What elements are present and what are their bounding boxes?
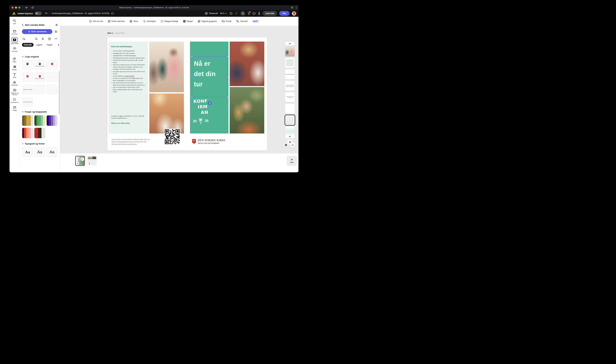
redo-icon[interactable] (235, 12, 238, 15)
sidebar-item-sok[interactable]: Søk (10, 19, 19, 24)
color-palette[interactable] (22, 115, 33, 126)
brochure-footer[interactable]: Denne brosjyren sendes til kirkens medle… (112, 138, 149, 145)
sidebar-item-dine-ting[interactable]: Dine ting (10, 29, 19, 35)
logo-tile[interactable]: CHURCH OF NORWAY (34, 85, 45, 94)
photo-smiling-girl[interactable] (230, 87, 264, 133)
logo-tile[interactable]: CHURCH OF NORWAY (34, 60, 45, 69)
animasjon-button[interactable]: Animasjon (143, 20, 156, 23)
page-1-thumbnail[interactable]: ••• 1 (75, 156, 85, 166)
sidebar-item-tekst[interactable]: Tekst (10, 73, 19, 78)
church-subtitle[interactable]: Sett inn navn på menigheten (198, 142, 225, 144)
share-brand-icon[interactable] (41, 37, 44, 40)
section-farger[interactable]: Farger og fargepalett (22, 111, 58, 113)
selection-handle-se[interactable] (227, 96, 228, 98)
adobe-express-logo[interactable] (12, 12, 16, 15)
sidebar-item-generativ-ki[interactable]: Generativ KI (10, 98, 19, 103)
color-palette[interactable] (22, 128, 33, 138)
panel-scrollbar[interactable] (59, 71, 60, 115)
sidebar-item-last-opp[interactable]: Last opp (10, 47, 19, 52)
ideas-icon[interactable] (248, 12, 250, 15)
tabs-overflow-icon[interactable] (58, 44, 59, 46)
back-icon[interactable] (26, 6, 28, 9)
logo-tile[interactable]: CHURCH OF NORWAY (22, 73, 33, 82)
panel-scroll-area[interactable]: Logo engelsk CHURCH OF NORWAYCHURCH OF N… (20, 53, 60, 172)
layer-thumbnail[interactable]: Nå er det din tur (285, 115, 295, 125)
info-om-mal-button[interactable]: Info om mal (89, 20, 103, 23)
layers-scroll-down-button[interactable] (285, 135, 295, 139)
reset-button[interactable]: Tilbakestill (205, 12, 218, 15)
brochure-contact[interactable]: Kontakt oss gjerne på telefon x xx xx xx… (111, 115, 146, 119)
zoom-control[interactable]: 88 % (220, 12, 227, 14)
sidebar-item-maler[interactable]: Maler (10, 57, 19, 63)
add-collaborator-button[interactable] (240, 11, 245, 16)
color-palette[interactable] (46, 115, 57, 126)
sort-icon[interactable] (22, 37, 25, 40)
logo-tile[interactable]: CHURCH OF NORWAY (46, 85, 57, 94)
brochure-signoff[interactable]: Hilsen oss i Navn kirke (111, 122, 130, 124)
bakgrunnsfarge-button[interactable]: Bakgrunnsfarge (161, 20, 178, 23)
logo-tile[interactable]: CHURCH OF NORWAY (22, 60, 33, 69)
selection-handle-nw[interactable] (191, 56, 193, 57)
browser-menu-icon[interactable] (296, 6, 296, 9)
document-title[interactable]: Konfirmasjonsbrosjyre_2026Bokmal - 20. a… (52, 12, 109, 14)
endre-storrelse-button[interactable]: Endre størrelse (108, 20, 125, 23)
selection-box[interactable] (192, 56, 227, 97)
green-panel[interactable]: Nå er det din tur (190, 42, 228, 133)
close-window-button[interactable] (12, 7, 14, 9)
logo-tile[interactable]: CHURCH OF NORWAY (22, 85, 33, 94)
selection-handle-w[interactable] (191, 76, 192, 78)
grid-view-button[interactable] (283, 143, 288, 147)
logo-tile[interactable]: CHURCH OF NORWAY (46, 60, 57, 69)
design-page[interactable]: Kort om konfirmasjon Alle kan delta i ko… (107, 37, 267, 151)
reload-icon[interactable] (31, 6, 34, 9)
logo-tile[interactable]: CHURCH OF NORWAY (46, 73, 57, 82)
share-button[interactable]: Del (279, 11, 289, 16)
tab-logoer[interactable]: Logoer (34, 43, 44, 47)
sidebar-item-tillegg[interactable]: Tillegg (10, 106, 19, 111)
konfirman-year[interactable]: 20 26 (193, 117, 209, 124)
tab-farger[interactable]: Farger (45, 43, 54, 47)
font-sample[interactable]: Aa (22, 147, 33, 157)
selection-handle-sw[interactable] (191, 96, 193, 98)
page-menu-button[interactable]: ••• (81, 157, 84, 161)
sidebar-item-varemerker[interactable]: B Vare-merker (10, 37, 19, 44)
collapse-pages-button[interactable] (290, 143, 295, 147)
zoom-window-button[interactable] (18, 7, 20, 9)
layer-thumbnail[interactable]: Kontakt oss gjerne på telefon x xx xx xx… (285, 81, 295, 91)
sidebar-item-elementer[interactable]: Elementer (10, 81, 19, 86)
brochure-heading[interactable]: Kort om konfirmasjon (111, 45, 145, 48)
opprett-gruppevis-button[interactable]: Opprett gruppevis (198, 20, 217, 23)
konfirman-logo[interactable]: KONF IRM AN (193, 98, 208, 116)
font-sample[interactable]: Aa (34, 147, 45, 157)
oversett-button[interactable]: Oversett (236, 20, 248, 23)
photo-procession-cross[interactable] (149, 93, 184, 133)
brochure-bullet-list[interactable]: Alle kan delta i konfirmasjonstidenOpple… (111, 50, 145, 93)
font-sample[interactable]: Aa (46, 147, 57, 157)
layers-scroll-up-button[interactable] (285, 42, 295, 46)
comments-icon[interactable] (253, 12, 255, 15)
brand-settings-icon[interactable] (54, 30, 58, 33)
account-avatar[interactable] (292, 11, 296, 16)
sidebar-item-medier[interactable]: Medier (10, 65, 19, 70)
page-2-thumbnail[interactable]: 2 (87, 156, 97, 166)
layer-thumbnail[interactable] (285, 46, 295, 56)
minimize-window-button[interactable] (15, 7, 17, 9)
rotate-handle[interactable] (208, 101, 212, 105)
layer-thumbnail[interactable]: Hilsen oss i Navn kirke (285, 92, 295, 102)
download-button[interactable]: Last ned (263, 11, 277, 16)
logo-tile[interactable]: CHURCH OF NORWAY (34, 73, 45, 82)
add-page-button[interactable]: Side (287, 156, 297, 166)
panel-search-icon[interactable] (35, 37, 38, 40)
brand-toggle[interactable] (35, 12, 42, 15)
color-palette[interactable] (34, 115, 45, 126)
layer-thumbnail[interactable] (285, 104, 295, 114)
more-icon[interactable] (55, 38, 57, 39)
layer-thumbnail[interactable]: Kort om konfirmasjon (285, 69, 295, 79)
logo-tile[interactable]: CHURCH OF NORWAY (22, 97, 33, 106)
tema-button[interactable]: Tema (130, 20, 138, 23)
qr-code[interactable] (164, 129, 180, 145)
file-menu[interactable]: Fil (45, 12, 47, 14)
layer-thumbnail[interactable] (285, 58, 295, 68)
history-icon[interactable] (258, 12, 260, 15)
cloud-sync-icon[interactable] (111, 12, 114, 14)
